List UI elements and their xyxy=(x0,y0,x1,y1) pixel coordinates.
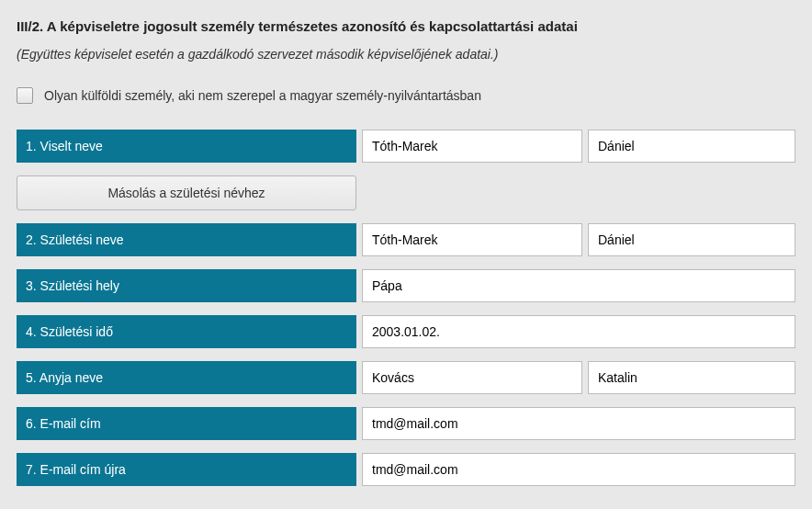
row-label: 1. Viselt neve xyxy=(17,130,356,163)
row-viselt-neve: 1. Viselt neve xyxy=(17,130,795,163)
email-field[interactable] xyxy=(362,407,795,440)
row-label: 2. Születési neve xyxy=(17,223,356,256)
mother-givenname-field[interactable] xyxy=(588,361,795,394)
givenname-field[interactable] xyxy=(588,130,795,163)
birth-place-field[interactable] xyxy=(362,269,795,302)
birth-surname-field[interactable] xyxy=(362,223,582,256)
foreign-person-checkbox[interactable] xyxy=(17,87,33,104)
foreign-person-checkbox-row: Olyan külföldi személy, aki nem szerepel… xyxy=(17,87,795,104)
copy-button-row: Másolás a születési névhez xyxy=(17,175,795,210)
foreign-person-checkbox-label: Olyan külföldi személy, aki nem szerepel… xyxy=(44,88,481,103)
row-email: 6. E-mail cím xyxy=(17,407,795,440)
email-confirm-field[interactable] xyxy=(362,453,795,486)
row-szuletesi-hely: 3. Születési hely xyxy=(17,269,795,302)
birth-date-field[interactable] xyxy=(362,315,795,348)
row-label: 7. E-mail cím újra xyxy=(17,453,356,486)
section-title: III/2. A képviseletre jogosult személy t… xyxy=(17,18,795,34)
copy-to-birthname-button[interactable]: Másolás a születési névhez xyxy=(17,175,356,210)
surname-field[interactable] xyxy=(362,130,582,163)
row-email-ujra: 7. E-mail cím újra xyxy=(17,453,795,486)
row-label: 6. E-mail cím xyxy=(17,407,356,440)
mother-surname-field[interactable] xyxy=(362,361,582,394)
birth-givenname-field[interactable] xyxy=(588,223,795,256)
row-label: 4. Születési idő xyxy=(17,315,356,348)
row-label: 5. Anyja neve xyxy=(17,361,356,394)
row-label: 3. Születési hely xyxy=(17,269,356,302)
row-anyja-neve: 5. Anyja neve xyxy=(17,361,795,394)
row-szuletesi-neve: 2. Születési neve xyxy=(17,223,795,256)
section-subtitle: (Együttes képviselet esetén a gazdálkodó… xyxy=(17,47,795,62)
row-szuletesi-ido: 4. Születési idő xyxy=(17,315,795,348)
